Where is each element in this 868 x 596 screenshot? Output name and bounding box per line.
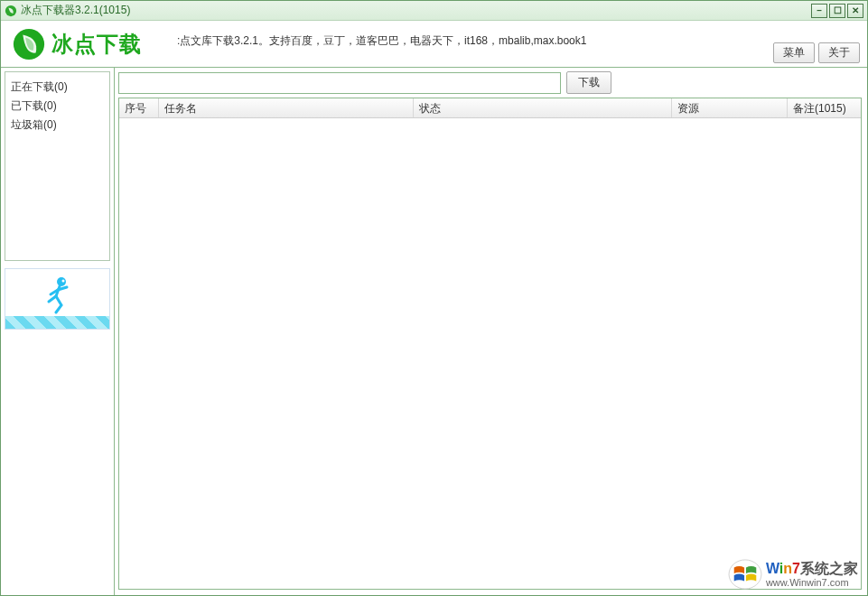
column-note[interactable]: 备注(1015) <box>788 98 861 117</box>
logo-area: 冰点下载 <box>1 27 163 61</box>
menu-button[interactable]: 菜单 <box>773 42 815 63</box>
svg-point-2 <box>57 277 66 286</box>
app-window: 冰点下载器3.2.1(1015) – ☐ ✕ 冰点下载 :点文库下载3.2.1。… <box>0 0 868 596</box>
url-input[interactable] <box>118 72 561 94</box>
titlebar: 冰点下载器3.2.1(1015) – ☐ ✕ <box>1 1 867 21</box>
sidebar-item-downloaded[interactable]: 已下载(0) <box>9 97 106 116</box>
content: 下载 序号 任务名 状态 资源 备注(1015) <box>115 68 867 595</box>
logo-text: 冰点下载 <box>51 30 142 59</box>
task-table: 序号 任务名 状态 资源 备注(1015) <box>118 98 862 590</box>
maximize-button[interactable]: ☐ <box>829 4 845 18</box>
column-resource[interactable]: 资源 <box>672 98 788 117</box>
sidebar-item-downloading[interactable]: 正在下载(0) <box>9 78 106 97</box>
titlebar-title: 冰点下载器3.2.1(1015) <box>21 3 811 18</box>
sidebar-item-trash[interactable]: 垃圾箱(0) <box>9 116 106 135</box>
logo-icon <box>12 27 46 61</box>
window-controls: – ☐ ✕ <box>811 4 863 18</box>
column-seq[interactable]: 序号 <box>119 98 159 117</box>
minimize-button[interactable]: – <box>811 4 827 18</box>
sidebar-ad[interactable] <box>5 268 110 330</box>
about-button[interactable]: 关于 <box>818 42 860 63</box>
svg-point-3 <box>61 280 64 283</box>
close-button[interactable]: ✕ <box>847 4 863 18</box>
column-name[interactable]: 任务名 <box>159 98 414 117</box>
ad-floor-pattern <box>5 316 109 329</box>
marquee-text: :点文库下载3.2.1。支持百度，豆丁，道客巴巴，电器天下，it168，mbal… <box>177 33 586 49</box>
runner-icon <box>40 275 76 317</box>
header: 冰点下载 :点文库下载3.2.1。支持百度，豆丁，道客巴巴，电器天下，it168… <box>1 21 867 68</box>
header-buttons: 菜单 关于 <box>773 42 860 63</box>
main: 正在下载(0) 已下载(0) 垃圾箱(0) <box>1 68 867 595</box>
sidebar-list: 正在下载(0) 已下载(0) 垃圾箱(0) <box>5 71 110 261</box>
download-button[interactable]: 下载 <box>566 71 611 94</box>
url-row: 下载 <box>118 71 862 94</box>
table-header: 序号 任务名 状态 资源 备注(1015) <box>119 98 861 118</box>
sidebar: 正在下载(0) 已下载(0) 垃圾箱(0) <box>1 68 115 595</box>
app-icon <box>5 5 17 17</box>
column-status[interactable]: 状态 <box>414 98 672 117</box>
